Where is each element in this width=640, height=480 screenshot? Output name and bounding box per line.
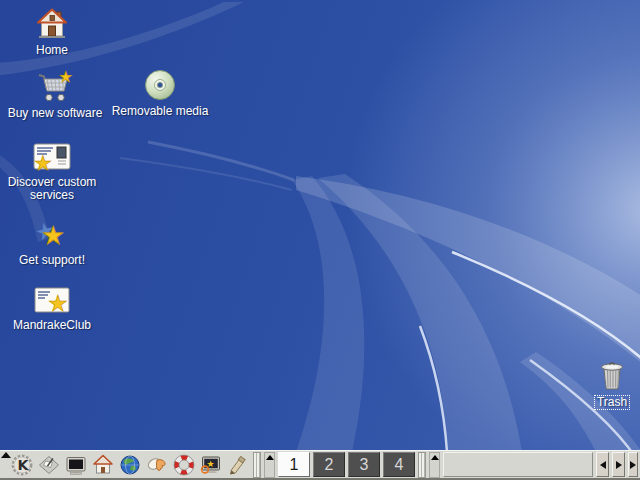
- home-icon: [35, 7, 69, 41]
- desktop-icon-removable-media[interactable]: Removable media: [110, 68, 210, 118]
- desktop-icon-label: Home: [36, 44, 68, 57]
- desktop-icon-get-support[interactable]: ★ ★ Get support!: [6, 213, 98, 267]
- launcher-pen-tool-button[interactable]: [226, 453, 250, 477]
- desktop-icon-label: Trash: [594, 395, 630, 410]
- pager-desktop-4[interactable]: 4: [383, 452, 415, 477]
- launcher-home-folder-button[interactable]: [91, 453, 115, 477]
- hand-with-letter-icon: [146, 454, 168, 476]
- pen-icon: [227, 454, 249, 476]
- left-arrow-icon: [600, 461, 606, 469]
- up-arrow-icon: [266, 455, 274, 460]
- membership-card-icon: ★: [32, 141, 72, 173]
- lifebuoy-icon: [173, 454, 195, 476]
- desktop-icon-buy-new-software[interactable]: ★ Buy new software: [2, 68, 108, 120]
- pager-desktop-3[interactable]: 3: [348, 452, 380, 477]
- svg-text:★: ★: [42, 221, 64, 250]
- monitor-star-icon: ★: [200, 454, 222, 476]
- taskbar-empty-area: [443, 452, 593, 477]
- desktop-icon-trash[interactable]: Trash: [572, 358, 640, 410]
- desktop-icon-label: Get support!: [19, 254, 85, 267]
- desktop-icon-label: Buy new software: [8, 107, 103, 120]
- taskbar-scroll-right-button[interactable]: [612, 452, 625, 477]
- kicker-panel: K: [0, 450, 640, 480]
- mandrake-star-icon: ★ ★: [32, 213, 72, 251]
- desktop-icon-label: Discover custom services: [6, 176, 98, 202]
- svg-text:★: ★: [59, 68, 72, 86]
- applet-handle-arrow[interactable]: [429, 452, 440, 478]
- launcher-show-desktop-button[interactable]: [37, 453, 61, 477]
- panel-hide-button[interactable]: [628, 452, 638, 477]
- launcher-help-button[interactable]: [172, 453, 196, 477]
- launcher-mail-button[interactable]: [145, 453, 169, 477]
- pager-desktop-2[interactable]: 2: [313, 452, 345, 477]
- home-folder-icon: [92, 454, 114, 476]
- up-arrow-icon: [431, 455, 439, 460]
- trash-can-icon: [597, 358, 627, 392]
- launcher-k-menu-button[interactable]: K: [10, 453, 34, 477]
- k-menu-gear-icon: K: [10, 453, 34, 477]
- shopping-cart-star-icon: ★: [36, 68, 74, 104]
- desktop-pager: 1 2 3 4: [278, 452, 415, 477]
- right-arrow-icon: [616, 461, 622, 469]
- svg-text:K: K: [18, 457, 30, 473]
- launcher-web-browser-button[interactable]: [118, 453, 142, 477]
- applet-handle[interactable]: [418, 452, 426, 478]
- desktop-icon-label: Removable media: [112, 105, 209, 118]
- desktop-icon-mandrakeclub[interactable]: ★ MandrakeClub: [6, 284, 98, 332]
- right-arrow-icon: [630, 461, 636, 469]
- svg-text:★: ★: [48, 291, 68, 316]
- cd-disc-icon: [143, 68, 177, 102]
- applet-handle[interactable]: [253, 452, 261, 478]
- desktop-icon-home[interactable]: Home: [6, 7, 98, 57]
- launcher-control-center-button[interactable]: ★: [199, 453, 223, 477]
- desktop: Home ★ Buy new software Removable media …: [0, 0, 640, 480]
- applet-handle-arrow[interactable]: [264, 452, 275, 478]
- svg-text:★: ★: [34, 151, 52, 173]
- pager-desktop-1[interactable]: 1: [278, 452, 310, 477]
- desktop-icon-label: MandrakeClub: [13, 319, 91, 332]
- globe-icon: [119, 454, 141, 476]
- club-card-icon: ★: [32, 284, 72, 316]
- panel-up-arrow-icon[interactable]: [1, 452, 11, 458]
- show-desktop-icon: [38, 454, 60, 476]
- terminal-monitor-icon: [65, 454, 87, 476]
- desktop-icon-discover-custom-services[interactable]: ★ Discover custom services: [6, 141, 98, 202]
- launcher-terminal-button[interactable]: [64, 453, 88, 477]
- taskbar-scroll-left-button[interactable]: [596, 452, 609, 477]
